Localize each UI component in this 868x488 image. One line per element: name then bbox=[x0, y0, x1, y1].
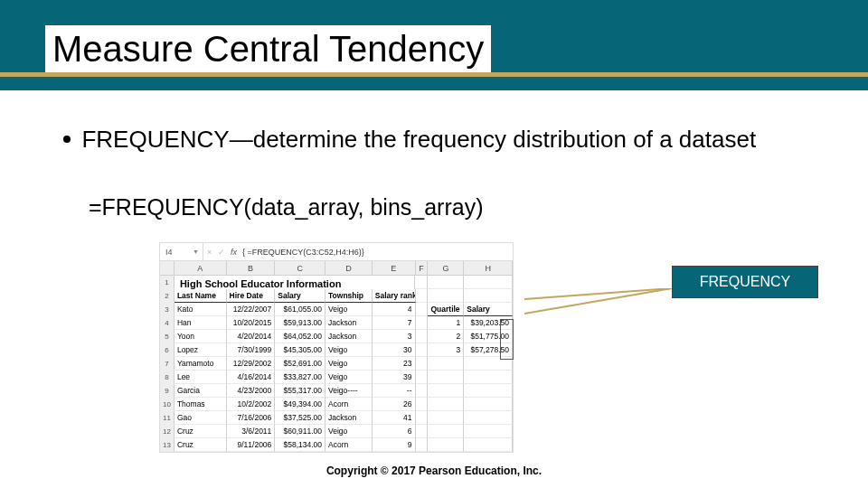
bullet-icon bbox=[63, 136, 71, 143]
table-row: 4 Han 10/20/2015 $59,913.00 Jackson 7 1 … bbox=[160, 316, 513, 330]
table-row: 5 Yoon 4/20/2014 $64,052.00 Jackson 3 2 … bbox=[160, 330, 513, 343]
chevron-down-icon: ▼ bbox=[193, 249, 199, 255]
formula-bar: I4 ▼ × ✓ fx { =FREQUENCY(C3:C52,H4:H6)} bbox=[160, 243, 513, 261]
svg-line-1 bbox=[524, 288, 672, 314]
table-row: 13 Cruz 9/11/2006 $58,134.00 Acorn 9 bbox=[160, 438, 513, 452]
table-row: 10 Thomas 10/2/2002 $49,394.00 Acorn 26 bbox=[160, 398, 513, 411]
copyright: Copyright © 2017 Pearson Education, Inc. bbox=[0, 465, 868, 477]
callout-connector bbox=[524, 288, 675, 324]
table-row: 7 Yamamoto 12/29/2002 $52,691.00 Veigo 2… bbox=[160, 357, 513, 371]
fx-label: fx bbox=[231, 248, 237, 257]
slide-title: Measure Central Tendency bbox=[45, 25, 491, 73]
table-row: 6 Lopez 7/30/1999 $45,305.00 Veigo 30 3 … bbox=[160, 343, 513, 357]
table-row: 8 Lee 4/16/2014 $33,827.00 Veigo 39 bbox=[160, 371, 513, 384]
fx-icons: × ✓ bbox=[203, 248, 231, 257]
svg-line-0 bbox=[524, 288, 672, 299]
callout-label: FREQUENCY bbox=[672, 266, 818, 298]
bullet-item: FREQUENCY—determine the frequency distri… bbox=[63, 125, 823, 155]
bullet-text: FREQUENCY—determine the frequency distri… bbox=[81, 125, 823, 155]
table-row: 2 Last Name Hire Date Salary Township Sa… bbox=[160, 289, 513, 303]
formula-text: { =FREQUENCY(C3:C52,H4:H6)} bbox=[242, 248, 364, 257]
table-row: 11 Gao 7/16/2006 $37,525.00 Jackson 41 bbox=[160, 411, 513, 425]
table-row: 12 Cruz 3/6/2011 $60,911.00 Veigo 6 bbox=[160, 425, 513, 438]
title-band: Measure Central Tendency bbox=[0, 0, 868, 90]
table-row: 3 Kato 12/22/2007 $61,055.00 Veigo 4 Qua… bbox=[160, 303, 513, 316]
name-box: I4 ▼ bbox=[160, 243, 203, 260]
cell-ref: I4 bbox=[165, 248, 173, 257]
sub-bullet: =FREQUENCY(data_array, bins_array) bbox=[89, 194, 484, 221]
accent-bar bbox=[0, 72, 868, 77]
table-row: 9 Garcia 4/23/2000 $55,317.00 Veigo---- … bbox=[160, 384, 513, 398]
table-row: 1 High School Educator Information bbox=[160, 276, 513, 289]
column-headers: A B C D E F G H bbox=[160, 261, 513, 276]
excel-screenshot: I4 ▼ × ✓ fx { =FREQUENCY(C3:C52,H4:H6)} … bbox=[159, 242, 514, 453]
